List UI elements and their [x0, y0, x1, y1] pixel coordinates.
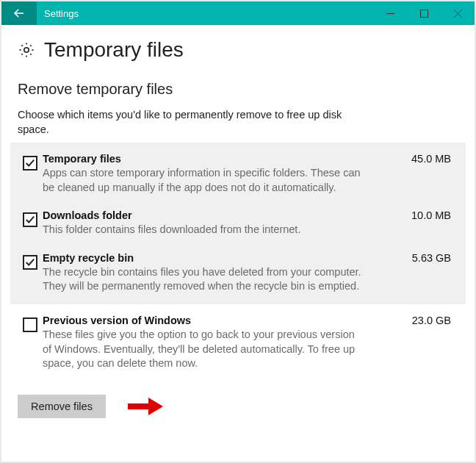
item-title: Empty recycle bin	[43, 252, 134, 264]
remove-files-button[interactable]: Remove files	[18, 395, 106, 418]
content: Temporary files Remove temporary files C…	[1, 25, 475, 418]
callout-arrow	[123, 396, 165, 417]
item-title: Downloads folder	[43, 209, 132, 221]
checkbox-recycle-bin[interactable]	[23, 255, 37, 270]
item-size: 45.0 MB	[411, 153, 451, 165]
item-size: 23.0 GB	[412, 315, 451, 326]
item-size: 10.0 MB	[411, 209, 451, 221]
check-icon	[25, 257, 35, 268]
window-title: Settings	[44, 8, 373, 19]
items-list: Temporary files 45.0 MB Apps can store t…	[10, 143, 466, 381]
item-description: These files give you the option to go ba…	[43, 328, 366, 371]
check-icon	[25, 158, 35, 168]
svg-point-5	[24, 48, 29, 52]
svg-marker-7	[148, 398, 163, 415]
maximize-button[interactable]	[407, 1, 441, 25]
list-item[interactable]: Downloads folder 10.0 MB This folder con…	[18, 202, 458, 245]
item-title: Temporary files	[43, 153, 121, 165]
close-button[interactable]	[441, 1, 475, 25]
action-row: Remove files	[18, 395, 458, 418]
checkbox-previous-windows[interactable]	[23, 317, 37, 332]
item-description: Apps can store temporary information in …	[43, 166, 366, 195]
list-item[interactable]: Temporary files 45.0 MB Apps can store t…	[18, 146, 458, 202]
minimize-icon	[386, 10, 394, 18]
maximize-icon	[420, 10, 428, 18]
caption-buttons	[373, 1, 475, 25]
arrow-left-icon	[12, 7, 26, 20]
gear-icon	[18, 41, 35, 59]
page-title: Temporary files	[44, 38, 184, 62]
close-icon	[454, 10, 462, 18]
titlebar: Settings	[1, 1, 475, 25]
checkbox-temporary-files[interactable]	[23, 156, 37, 171]
minimize-button[interactable]	[373, 1, 407, 25]
item-size: 5.63 GB	[412, 252, 451, 264]
svg-rect-2	[420, 10, 428, 17]
back-button[interactable]	[1, 1, 37, 25]
section-description: Choose which items you'd like to permane…	[18, 108, 356, 137]
check-icon	[25, 215, 35, 225]
arrow-right-icon	[123, 396, 165, 417]
svg-rect-6	[128, 403, 148, 409]
section-title: Remove temporary files	[18, 81, 458, 98]
checkbox-downloads-folder[interactable]	[23, 212, 37, 227]
item-description: The recycle bin contains files you have …	[43, 265, 366, 294]
item-title: Previous version of Windows	[43, 315, 191, 326]
list-item[interactable]: Previous version of Windows 23.0 GB Thes…	[18, 307, 458, 378]
item-description: This folder contains files downloaded fr…	[43, 223, 366, 237]
page-header: Temporary files	[18, 38, 458, 62]
list-item[interactable]: Empty recycle bin 5.63 GB The recycle bi…	[18, 245, 458, 301]
